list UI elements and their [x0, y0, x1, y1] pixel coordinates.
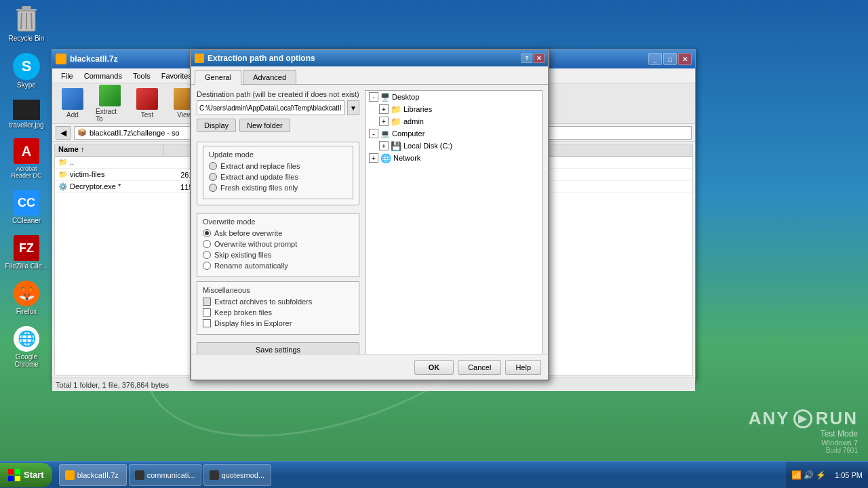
dialog-footer: OK Cancel Help — [191, 354, 548, 380]
traveller-image — [13, 100, 40, 120]
menu-tools[interactable]: Tools — [127, 70, 156, 81]
tab-advanced-label: Advanced — [253, 73, 286, 81]
tree-admin[interactable]: + 📁 admin — [366, 115, 542, 127]
network-expand[interactable]: + — [369, 153, 378, 163]
maximize-button[interactable]: □ — [663, 53, 677, 65]
filezilla-icon[interactable]: FZ FileZilla Clie... — [3, 232, 50, 272]
tree-computer[interactable]: - 💻 Computer — [366, 127, 542, 140]
overwrite-without-option[interactable]: Overwrite without prompt — [203, 240, 353, 248]
name-column-header[interactable]: Name ↑ — [55, 144, 163, 156]
path-dropdown-btn[interactable]: ▼ — [347, 100, 359, 115]
file-name-cell: 📁 victim-files — [55, 169, 163, 180]
archive-icon-small: 📦 — [77, 128, 87, 137]
extract-replace-radio[interactable] — [209, 162, 217, 170]
keep-broken-checkbox[interactable] — [203, 308, 211, 317]
computer-expand[interactable]: - — [369, 129, 378, 138]
display-explorer-checkbox[interactable] — [203, 319, 211, 327]
keep-broken-option[interactable]: Keep broken files — [203, 308, 353, 317]
test-mode-label: Test Mode — [749, 429, 858, 439]
dialog-action-buttons: OK Cancel Help — [414, 360, 541, 375]
desktop: Recycle Bin S Skype traveller.jpg A Acro… — [0, 0, 868, 488]
dialog-help-btn[interactable]: ? — [521, 54, 532, 63]
overwrite-without-label: Overwrite without prompt — [214, 240, 297, 248]
local-disk-expand[interactable]: + — [379, 141, 389, 150]
tab-general[interactable]: General — [195, 70, 241, 85]
extract-subfolders-checkbox[interactable] — [203, 298, 211, 306]
extract-update-radio[interactable] — [209, 173, 217, 181]
toolbar-add[interactable]: Add — [56, 85, 90, 121]
extract-replace-option[interactable]: Extract and replace files — [209, 162, 347, 170]
anyrun-watermark: ANY ▶ RUN Test Mode Windows 7 Build 7601 — [749, 408, 858, 454]
svg-rect-7 — [15, 469, 20, 474]
toolbar-test[interactable]: Test — [130, 85, 164, 121]
add-icon — [62, 88, 83, 110]
test-icon — [136, 88, 158, 110]
skip-existing-option[interactable]: Skip existing files — [203, 251, 353, 259]
taskbar-communicati[interactable]: communicati... — [129, 464, 201, 486]
misc-title: Miscellaneous — [203, 286, 353, 294]
skype-icon[interactable]: S Skype — [3, 50, 50, 92]
traveller-icon[interactable]: traveller.jpg — [3, 97, 50, 131]
acrobat-icon[interactable]: A AcrobatReader DC — [3, 136, 50, 182]
taskbar-quotesmod[interactable]: quotesmod... — [203, 464, 271, 486]
cancel-button[interactable]: Cancel — [458, 360, 501, 375]
tree-network[interactable]: + 🌐 Network — [366, 152, 542, 164]
toolbar-extract[interactable]: Extract To — [93, 82, 127, 125]
dialog-close-btn[interactable]: ✕ — [534, 54, 545, 63]
admin-expand[interactable]: + — [379, 117, 389, 126]
tab-advanced[interactable]: Advanced — [243, 70, 296, 84]
ask-before-option[interactable]: Ask before overwrite — [203, 229, 353, 237]
time-display: 1:05 PM — [835, 471, 863, 479]
update-mode-title: Update mode — [209, 150, 347, 159]
file-name-cell: 📁 .. — [55, 157, 163, 167]
toolbar-extract-label: Extract To — [96, 108, 124, 123]
rename-auto-option[interactable]: Rename automatically — [203, 262, 353, 270]
recycle-bin-label: Recycle Bin — [9, 35, 45, 42]
miscellaneous-section: Miscellaneous Extract archives to subfol… — [197, 281, 359, 335]
menu-commands[interactable]: Commands — [79, 70, 127, 81]
chrome-icon[interactable]: 🌐 GoogleChrome — [3, 323, 50, 371]
network-tray-icon: 📶 — [791, 470, 802, 480]
extract-subfolders-option[interactable]: Extract archives to subfolders — [203, 298, 353, 306]
ok-button[interactable]: OK — [414, 360, 454, 375]
extract-subfolders-label: Extract archives to subfolders — [214, 298, 312, 306]
overwrite-mode-title: Overwrite mode — [203, 218, 353, 226]
display-button[interactable]: Display — [197, 119, 236, 132]
destination-section: Destination path (will be created if doe… — [197, 90, 359, 138]
libraries-expand[interactable]: + — [379, 104, 389, 114]
extract-update-option[interactable]: Extract and update files — [209, 173, 347, 181]
winrar-controls: _ □ ✕ — [648, 53, 692, 65]
menu-file[interactable]: File — [56, 70, 79, 81]
skip-existing-radio[interactable] — [203, 251, 211, 259]
taskbar-winrar[interactable]: blackcatII.7z — [59, 464, 127, 486]
fresh-existing-option[interactable]: Fresh existing files only — [209, 184, 347, 192]
tree-desktop[interactable]: - 🖥️ Desktop — [366, 91, 542, 103]
firefox-icon[interactable]: 🦊 Firefox — [3, 278, 50, 318]
acrobat-label: AcrobatReader DC — [11, 165, 41, 179]
close-button[interactable]: ✕ — [678, 53, 692, 65]
tree-libraries[interactable]: + 📁 Libraries — [366, 103, 542, 115]
minimize-button[interactable]: _ — [648, 53, 662, 65]
start-label: Start — [24, 470, 44, 480]
overwrite-mode-section: Overwrite mode Ask before overwrite Over… — [197, 213, 359, 277]
display-explorer-option[interactable]: Display files in Explorer — [203, 319, 353, 327]
fresh-existing-radio[interactable] — [209, 184, 217, 192]
new-folder-button[interactable]: New folder — [239, 119, 290, 132]
address-text: blackcatII.7z\challenge - so — [90, 129, 180, 137]
tray-icons: 📶 🔊 ⚡ — [791, 470, 826, 480]
help-button[interactable]: Help — [505, 360, 541, 375]
volume-tray-icon: 🔊 — [804, 470, 814, 480]
recycle-bin-icon[interactable]: Recycle Bin — [3, 3, 50, 45]
ccleaner-icon[interactable]: CC CCleaner — [3, 187, 50, 227]
start-button[interactable]: Start — [0, 463, 52, 487]
desktop-expand[interactable]: - — [369, 92, 378, 102]
destination-path-input[interactable] — [197, 100, 344, 115]
overwrite-without-radio[interactable] — [203, 240, 211, 248]
winrar-taskbar-label: blackcatII.7z — [77, 471, 119, 479]
chrome-image: 🌐 — [14, 326, 39, 352]
back-button[interactable]: ◀ — [56, 126, 71, 140]
ask-before-radio[interactable] — [203, 229, 211, 237]
rename-auto-radio[interactable] — [203, 262, 211, 270]
system-clock[interactable]: 1:05 PM — [829, 471, 863, 479]
tree-local-disk[interactable]: + 💾 Local Disk (C:) — [366, 140, 542, 152]
